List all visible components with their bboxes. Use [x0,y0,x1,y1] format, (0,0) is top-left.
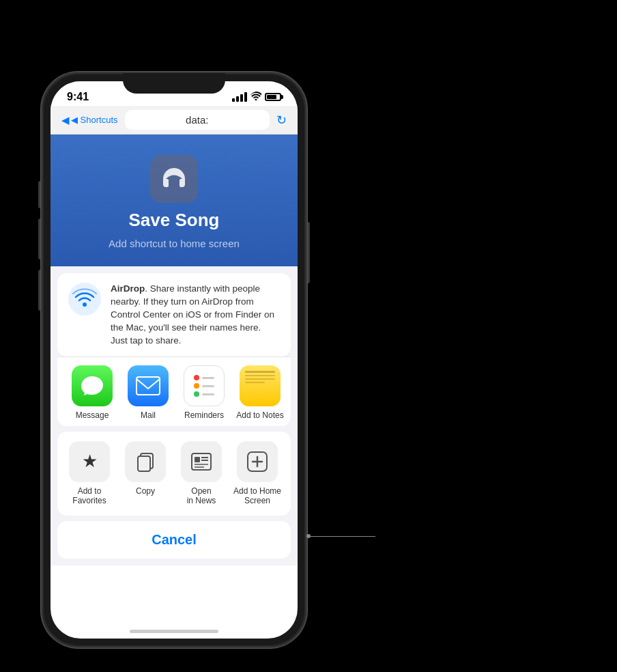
reminders-app-label: Reminders [184,410,224,420]
share-sheet-body: AirDrop. Share instantly with people nea… [51,266,298,565]
url-text: data: [186,114,208,126]
favorites-label: Add to Favorites [61,486,117,506]
svg-rect-3 [138,456,150,471]
messages-app-icon [72,365,113,406]
share-sheet-subtitle: Add shortcut to home screen [109,238,240,249]
share-app-mail[interactable]: Mail [120,365,176,420]
add-home-label: Add to Home Screen [229,486,285,506]
cancel-section: Cancel [57,521,291,559]
favorites-icon: ★ [69,441,110,482]
news-icon [181,441,222,482]
notes-app-label: Add to Notes [236,410,283,420]
back-button[interactable]: ◀ ◀ Shortcuts [61,114,118,126]
action-add-favorites[interactable]: ★ Add to Favorites [61,441,117,506]
signal-strength-icon [232,92,247,102]
headphones-icon [159,164,189,194]
app-share-row: Message Mail [57,356,291,425]
shortcut-app-icon [150,155,198,203]
message-bubble-icon [80,374,104,398]
open-news-label: Openin News [187,486,216,506]
reminders-app-icon [184,365,225,406]
reminders-icon-inner [188,370,220,402]
back-arrow-icon: ◀ [61,114,70,126]
share-app-reminders[interactable]: Reminders [176,365,232,420]
copy-label: Copy [136,486,155,496]
share-app-message[interactable]: Message [64,365,120,420]
notch [123,73,225,94]
share-header: Save Song Add shortcut to home screen [51,135,298,266]
power-button [307,222,310,283]
phone-frame: 9:41 [41,72,307,648]
airdrop-icon [68,283,101,316]
cancel-button[interactable]: Cancel [57,521,291,559]
phone-screen: 9:41 [51,81,298,639]
airdrop-wifi-icon [72,287,97,311]
svg-point-0 [83,303,87,307]
battery-icon [265,93,281,101]
app-items-list: Message Mail [57,365,291,420]
news-paper-icon [190,451,212,473]
action-items-list: ★ Add to Favorites Copy [57,437,291,510]
svg-rect-1 [137,377,160,395]
home-indicator [130,630,218,633]
phone-device: 9:41 [41,72,307,648]
share-sheet-title: Save Song [129,210,220,231]
add-home-icon [237,441,278,482]
action-copy[interactable]: Copy [117,441,173,506]
status-time: 9:41 [67,91,89,103]
airdrop-section[interactable]: AirDrop. Share instantly with people nea… [57,273,291,356]
action-open-news[interactable]: Openin News [173,441,229,506]
share-app-notes[interactable]: Add to Notes [232,365,288,420]
airdrop-description: AirDrop. Share instantly with people nea… [111,283,280,347]
wifi-icon [250,92,261,102]
refresh-button[interactable]: ↻ [276,113,287,128]
mail-app-icon [128,365,169,406]
browser-nav-bar: ◀ ◀ Shortcuts data: ↻ [51,106,298,135]
action-add-home-screen[interactable]: Add to Home Screen [229,441,285,506]
notes-icon-inner [240,365,281,406]
svg-rect-5 [195,457,200,462]
back-label: ◀ Shortcuts [71,115,118,125]
url-bar[interactable]: data: [125,110,270,130]
mail-envelope-icon [136,376,160,395]
copy-icon [125,441,166,482]
status-icons [232,92,281,102]
message-app-label: Message [76,410,109,420]
mail-app-label: Mail [141,410,156,420]
action-items-row: ★ Add to Favorites Copy [57,432,291,516]
copy-documents-icon [135,451,156,472]
notes-app-icon [240,365,281,406]
add-plus-icon [246,451,268,473]
